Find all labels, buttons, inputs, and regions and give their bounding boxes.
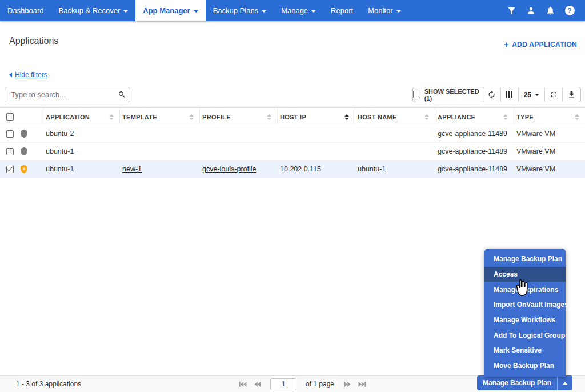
refresh-icon <box>487 90 496 99</box>
column-header-host-ip[interactable]: HOST IP <box>278 108 355 126</box>
top-nav: Dashboard Backup & Recover App Manager B… <box>0 0 585 21</box>
hide-filters-link[interactable]: Hide filters <box>9 71 47 79</box>
page-title: Applications <box>9 36 58 46</box>
nav-item-report[interactable]: Report <box>323 0 360 21</box>
menu-item-mark-sensitive[interactable]: Mark Sensitive <box>484 343 566 358</box>
actions-context-menu: Manage Backup Plan Access Manage Expirat… <box>484 249 566 377</box>
download-button[interactable] <box>563 87 580 102</box>
menu-item-move-backup-plan[interactable]: Move Backup Plan <box>484 358 566 374</box>
user-icon[interactable] <box>521 0 540 21</box>
cell-appliance: gcve-appliance-11489 <box>435 147 514 155</box>
chevron-up-icon <box>563 382 567 385</box>
checkbox-indeterminate-icon <box>6 113 14 121</box>
chevron-down-icon <box>396 10 401 13</box>
applications-table: APPLICATION TEMPLATE PROFILE HOST IP HOS… <box>0 107 585 178</box>
checkbox-icon <box>413 91 420 98</box>
dropup-toggle[interactable] <box>557 375 572 390</box>
sort-icon <box>189 114 194 120</box>
column-header-host-name[interactable]: HOST NAME <box>355 108 435 126</box>
nav-menu: Dashboard Backup & Recover App Manager B… <box>0 0 408 21</box>
cell-host-name: ubuntu-1 <box>355 165 435 173</box>
menu-item-manage-backup-plan[interactable]: Manage Backup Plan <box>484 251 566 267</box>
cell-host-ip: 10.202.0.115 <box>278 165 355 173</box>
chevron-down-icon <box>311 10 316 13</box>
page-count-label: of 1 page <box>306 380 334 388</box>
nav-item-app-manager[interactable]: App Manager <box>135 0 205 21</box>
chevron-down-icon <box>262 10 266 13</box>
cell-application: ubuntu-1 <box>43 147 120 155</box>
sort-icon <box>424 114 429 120</box>
footer-bar: 1 - 3 of 3 applications of 1 page Manage… <box>0 375 585 392</box>
pagination: of 1 page <box>237 378 367 390</box>
sort-icon <box>109 114 114 120</box>
page-number-input[interactable] <box>270 378 296 390</box>
previous-page-icon[interactable] <box>252 379 263 389</box>
menu-item-access[interactable]: Access <box>484 267 566 282</box>
row-checkbox[interactable] <box>6 148 14 155</box>
menu-item-manage-expirations[interactable]: Manage Expirations <box>484 282 566 297</box>
table-row-selected[interactable]: ubuntu-1 new-1 gcve-louis-profile 10.202… <box>0 161 585 178</box>
chevron-down-icon <box>194 10 198 13</box>
sort-icon <box>575 114 579 120</box>
icon-column-header <box>19 108 43 126</box>
nav-item-backup-recover[interactable]: Backup & Recover <box>51 0 136 21</box>
cell-type: VMware VM <box>514 130 585 138</box>
nav-item-dashboard[interactable]: Dashboard <box>0 0 51 21</box>
next-page-icon[interactable] <box>341 379 352 389</box>
columns-icon <box>506 91 513 98</box>
column-header-appliance[interactable]: APPLIANCE <box>435 108 514 126</box>
nav-item-monitor[interactable]: Monitor <box>360 0 408 21</box>
cell-application: ubuntu-1 <box>43 165 120 173</box>
profile-link[interactable]: gcve-louis-profile <box>202 165 256 173</box>
row-count-text: 1 - 3 of 3 applications <box>16 380 81 388</box>
chevron-down-icon <box>535 94 539 96</box>
select-all-checkbox[interactable] <box>0 108 19 126</box>
sort-icon-active <box>344 114 349 120</box>
column-header-profile[interactable]: PROFILE <box>200 108 278 126</box>
search-icon[interactable] <box>114 90 130 99</box>
menu-item-manage-workflows[interactable]: Manage Workflows <box>484 313 566 328</box>
shield-icon <box>19 129 29 139</box>
last-page-icon[interactable] <box>356 379 367 389</box>
table-row[interactable]: ubuntu-2 gcve-appliance-11489 VMware VM <box>0 125 585 143</box>
cell-type: VMware VM <box>514 165 585 173</box>
nav-item-manage[interactable]: Manage <box>274 0 323 21</box>
row-checkbox[interactable] <box>6 130 14 138</box>
add-application-button[interactable]: + ADD APPLICATION <box>504 39 577 49</box>
triangle-left-icon <box>9 73 12 77</box>
refresh-button[interactable] <box>483 87 501 102</box>
manage-backup-plan-button[interactable]: Manage Backup Plan <box>477 375 572 390</box>
first-page-icon[interactable] <box>237 379 249 389</box>
show-selected-button[interactable]: SHOW SELECTED (1) <box>412 87 487 102</box>
table-row[interactable]: ubuntu-1 gcve-appliance-11489 VMware VM <box>0 143 585 161</box>
column-header-application[interactable]: APPLICATION <box>43 108 120 126</box>
chevron-down-icon <box>123 10 128 13</box>
cell-type: VMware VM <box>514 147 585 155</box>
column-header-template[interactable]: TEMPLATE <box>120 108 200 126</box>
row-checkbox-checked[interactable] <box>6 166 14 173</box>
nav-item-backup-plans[interactable]: Backup Plans <box>206 0 274 21</box>
download-icon <box>567 90 576 99</box>
plus-icon: + <box>504 39 509 49</box>
bell-icon[interactable] <box>540 0 560 21</box>
help-icon[interactable]: ? <box>560 0 579 21</box>
menu-item-add-to-logical-group[interactable]: Add To Logical Group <box>484 327 566 343</box>
fullscreen-button[interactable] <box>545 87 563 102</box>
cell-application: ubuntu-2 <box>43 130 120 138</box>
filter-icon[interactable] <box>502 0 521 21</box>
search-input[interactable] <box>5 90 114 99</box>
cell-appliance: gcve-appliance-11489 <box>435 165 514 173</box>
page-size-dropdown[interactable]: 25 <box>519 87 545 102</box>
menu-item-import-onvault-images[interactable]: Import OnVault Images <box>484 297 566 313</box>
table-toolbar: 25 <box>483 87 581 102</box>
nav-utility-icons: ? <box>502 0 585 21</box>
column-header-type[interactable]: TYPE <box>514 108 585 126</box>
template-link[interactable]: new-1 <box>122 165 142 173</box>
sort-icon <box>503 114 508 120</box>
columns-button[interactable] <box>501 87 519 102</box>
fullscreen-icon <box>550 90 558 99</box>
shield-paused-icon <box>19 164 29 174</box>
cell-appliance: gcve-appliance-11489 <box>435 130 514 138</box>
table-header-row: APPLICATION TEMPLATE PROFILE HOST IP HOS… <box>0 107 585 125</box>
search-box <box>5 87 130 102</box>
